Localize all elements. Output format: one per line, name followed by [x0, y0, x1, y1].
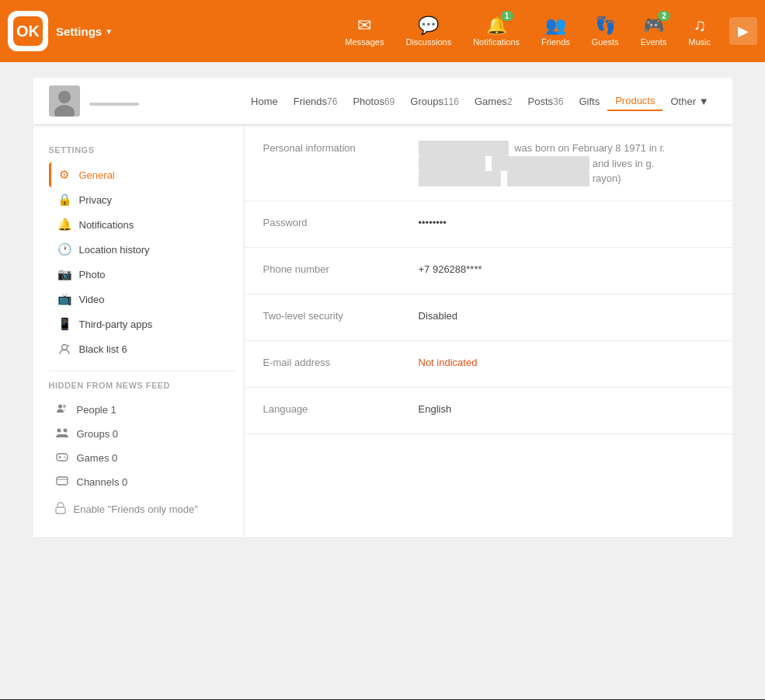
music-icon: ♫: [693, 16, 706, 36]
profile-nav: Home Friends76 Photos69 Groups116 Games2…: [243, 92, 716, 111]
nav-discussions[interactable]: 💬 Discussions: [395, 16, 462, 47]
svg-text:OK: OK: [17, 23, 39, 40]
nav-events[interactable]: 🎮 2 Events: [630, 16, 678, 47]
lock-icon: 🔒: [57, 193, 71, 207]
nav-items: ✉ Messages 💬 Discussions 🔔 1 Notificatio…: [334, 16, 722, 47]
channels-icon: [55, 475, 69, 489]
guests-icon: 👣: [595, 16, 616, 36]
nav-guests[interactable]: 👣 Guests: [581, 16, 630, 47]
notifications-badge: 1: [501, 11, 513, 21]
sidebar-item-location[interactable]: 🕐 Location history: [49, 237, 235, 262]
svg-line-5: [68, 345, 69, 347]
svg-point-6: [58, 405, 62, 409]
app-icon: 📱: [57, 317, 71, 331]
events-icon: 🎮 2: [643, 16, 664, 36]
sidebar-item-video[interactable]: 📺 Video: [49, 287, 235, 312]
games-icon: [55, 451, 69, 465]
sidebar-item-games-hidden[interactable]: Games 0: [49, 446, 235, 470]
friends-icon: 👥: [545, 16, 566, 36]
personal-info-row: Personal information x was born on Febru…: [245, 127, 732, 201]
page-background: Home Friends76 Photos69 Groups116 Games2…: [0, 62, 765, 699]
svg-point-9: [63, 429, 67, 433]
sidebar-item-channels-hidden[interactable]: Channels 0: [49, 470, 235, 494]
bell-icon: 🔔: [57, 218, 71, 232]
sidebar-item-groups-hidden[interactable]: Groups 0: [49, 422, 235, 446]
settings-title[interactable]: Settings ▼: [56, 25, 113, 38]
lock-small-icon: [55, 502, 66, 517]
language-row: Language English: [245, 388, 732, 434]
sidebar-divider: [49, 371, 235, 371]
profile-nav-friends[interactable]: Friends76: [286, 92, 346, 110]
sidebar-item-general[interactable]: ⚙ General: [49, 162, 235, 187]
profile-nav-games[interactable]: Games2: [467, 92, 520, 110]
sidebar-item-photo[interactable]: 📷 Photo: [49, 262, 235, 287]
password-row: Password ••••••••: [245, 201, 732, 248]
events-badge: 2: [658, 11, 670, 21]
settings-dropdown-arrow: ▼: [105, 27, 113, 36]
sidebar-item-privacy[interactable]: 🔒 Privacy: [49, 187, 235, 212]
svg-point-13: [64, 456, 65, 458]
profile-nav-other[interactable]: Other ▼: [662, 92, 716, 110]
blacklist-icon: [57, 342, 71, 356]
svg-point-2: [58, 91, 71, 103]
discussions-icon: 💬: [418, 16, 439, 36]
logo-box[interactable]: OK: [8, 11, 48, 51]
sidebar: SETTINGS ⚙ General 🔒 Privacy 🔔 Notificat…: [33, 127, 243, 537]
phone-row: Phone number +7 926288****: [245, 248, 732, 294]
svg-point-8: [57, 429, 61, 433]
password-label: Password: [263, 215, 419, 228]
settings-section-title: SETTINGS: [49, 145, 235, 155]
ok-logo: OK: [13, 16, 43, 46]
nav-notifications[interactable]: 🔔 1 Notifications: [462, 16, 530, 47]
profile-nav-groups[interactable]: Groups116: [402, 92, 467, 110]
profile-name: [89, 95, 139, 108]
profile-nav-products[interactable]: Products: [607, 92, 662, 111]
svg-point-14: [64, 458, 66, 459]
profile-nav-photos[interactable]: Photos69: [345, 92, 402, 110]
phone-value: +7 926288****: [419, 262, 714, 277]
profile-nav-gifts[interactable]: Gifts: [571, 92, 607, 110]
play-button[interactable]: ▶: [729, 17, 757, 45]
camera-icon: 📷: [57, 267, 71, 281]
top-navigation: OK Settings ▼ ✉ Messages 💬 Discussions 🔔…: [0, 0, 765, 62]
personal-info-label: Personal information: [263, 141, 419, 154]
nav-messages[interactable]: ✉ Messages: [334, 16, 395, 47]
svg-rect-15: [57, 477, 68, 485]
settings-content: Personal information x was born on Febru…: [245, 127, 732, 537]
language-value: English: [419, 402, 714, 417]
svg-point-7: [63, 405, 66, 408]
people-icon: [55, 402, 69, 417]
clock-icon: 🕐: [57, 242, 71, 256]
svg-rect-10: [57, 454, 68, 461]
messages-icon: ✉: [357, 16, 371, 36]
profile-nav-posts[interactable]: Posts36: [520, 92, 572, 110]
notifications-icon: 🔔 1: [486, 16, 507, 36]
svg-rect-17: [56, 507, 65, 514]
two-level-value: Disabled: [419, 308, 714, 324]
two-level-label: Two-level security: [263, 308, 419, 322]
profile-header: Home Friends76 Photos69 Groups116 Games2…: [33, 78, 732, 125]
groups-icon: [55, 427, 69, 441]
nav-music[interactable]: ♫ Music: [677, 16, 722, 47]
hidden-section-title: HIDDEN FROM NEWS FEED: [49, 381, 235, 390]
gear-icon: ⚙: [57, 168, 71, 182]
two-level-row: Two-level security Disabled: [245, 294, 732, 341]
email-row: E-mail address Not indicated: [245, 341, 732, 388]
email-label: E-mail address: [263, 355, 419, 368]
phone-label: Phone number: [263, 262, 419, 275]
language-label: Language: [263, 402, 419, 415]
sidebar-item-notifications[interactable]: 🔔 Notifications: [49, 212, 235, 237]
personal-info-value: x was born on February 8 1971 in г. x x …: [419, 141, 714, 186]
email-value: Not indicated: [419, 355, 714, 371]
video-icon: 📺: [57, 292, 71, 306]
main-container: SETTINGS ⚙ General 🔒 Privacy 🔔 Notificat…: [33, 127, 732, 537]
nav-friends[interactable]: 👥 Friends: [530, 16, 581, 47]
sidebar-item-people[interactable]: People 1: [49, 398, 235, 422]
sidebar-item-third-party[interactable]: 📱 Third-party apps: [49, 312, 235, 336]
password-value: ••••••••: [419, 215, 714, 231]
friends-only-mode[interactable]: Enable "Friends only mode": [49, 494, 235, 521]
profile-nav-home[interactable]: Home: [243, 92, 286, 110]
sidebar-item-blacklist[interactable]: Black list 6: [49, 336, 235, 361]
avatar: [49, 85, 80, 117]
